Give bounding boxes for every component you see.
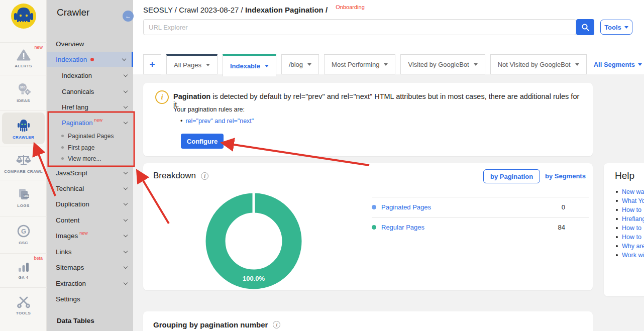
help-card: Help New wa What Yo How to Hreflang How … xyxy=(604,163,644,296)
sidebar-item-label: First page xyxy=(68,144,94,151)
sidebar-item-settings[interactable]: Settings xyxy=(47,291,133,306)
sidebar-item-extraction[interactable]: Extraction xyxy=(47,276,133,291)
all-segments-dropdown[interactable]: All Segments xyxy=(594,54,642,74)
by-segments-button[interactable]: by Segments xyxy=(545,172,586,180)
sidebar-item-overview[interactable]: Overview xyxy=(47,36,133,51)
sidebar-item-view-more[interactable]: View more... xyxy=(47,153,133,164)
breadcrumb-current-page: Indexation Pagination / xyxy=(245,6,328,14)
sidebar-item-indexation[interactable]: Indexation xyxy=(47,52,133,67)
sidebar-item-pagination[interactable]: Pagination new xyxy=(47,115,133,130)
help-link[interactable]: How to xyxy=(622,225,641,232)
rail-item-tools[interactable]: TOOLS xyxy=(0,287,47,322)
tab-all-pages[interactable]: All Pages xyxy=(166,54,218,74)
help-link-item[interactable]: Why are xyxy=(616,242,644,251)
rail-item-crawler[interactable]: CRAWLER xyxy=(0,111,47,146)
help-link[interactable]: What Yo xyxy=(622,197,644,204)
info-circle-icon: i xyxy=(155,90,169,104)
ga4-beta-badge: beta xyxy=(34,256,43,261)
sidebar-item-links[interactable]: Links xyxy=(47,244,133,259)
gsc-google-icon: G xyxy=(17,224,31,238)
plus-icon: + xyxy=(149,59,155,70)
pagination-new-badge: new xyxy=(94,118,102,123)
legend-row-regular-pages[interactable]: Regular Pages 84 xyxy=(372,217,589,237)
sidebar-item-images[interactable]: Imagesnew xyxy=(47,228,133,243)
url-explorer-input[interactable] xyxy=(143,19,576,35)
onboarding-badge[interactable]: Onboarding xyxy=(336,4,365,10)
rule-link[interactable]: rel="prev" and rel="next" xyxy=(185,118,254,125)
tools-dropdown-button[interactable]: Tools xyxy=(600,20,632,35)
legend-label[interactable]: Paginated Pages xyxy=(381,203,431,211)
help-link-item[interactable]: How to xyxy=(616,205,644,214)
sidebar-item-technical[interactable]: Technical xyxy=(47,181,133,196)
info-tooltip-icon[interactable]: i xyxy=(273,321,280,328)
info-tooltip-icon[interactable]: i xyxy=(201,172,208,180)
sidebar-item-paginated-pages[interactable]: Paginated Pages xyxy=(47,130,133,142)
help-link-item[interactable]: New wa xyxy=(616,187,644,196)
tab-not-visited-by-googlebot[interactable]: Not Visited by GoogleBot xyxy=(490,54,587,74)
legend-value: 84 xyxy=(558,224,565,231)
caret-down-icon xyxy=(206,64,210,66)
breadcrumb-project[interactable]: SEOSLY / xyxy=(143,6,177,14)
rail-item-alerts[interactable]: new ALERTS xyxy=(0,42,47,74)
search-button[interactable] xyxy=(576,19,594,35)
rail-item-label: COMPARE CRAWL xyxy=(4,169,43,174)
sidebar-item-first-page[interactable]: First page xyxy=(47,142,133,153)
caret-down-icon xyxy=(384,63,388,66)
chevron-down-icon xyxy=(124,249,128,253)
help-link[interactable]: Work wi xyxy=(622,252,644,259)
by-pagination-button[interactable]: by Pagination xyxy=(483,169,540,183)
tab-blog[interactable]: /blog xyxy=(281,54,319,74)
sidebar-item-sitemaps[interactable]: Sitemaps xyxy=(47,260,133,275)
sidebar-collapse-button[interactable]: ← xyxy=(123,11,134,22)
rail-item-logs[interactable]: LOG LOGS xyxy=(0,180,47,215)
chevron-down-icon xyxy=(124,280,128,284)
help-link[interactable]: New wa xyxy=(622,188,644,195)
legend-dot-green xyxy=(372,225,376,230)
help-link[interactable]: How to xyxy=(622,234,641,241)
help-link[interactable]: How to xyxy=(622,206,641,213)
pagination-donut-chart[interactable]: 100.0% xyxy=(205,192,302,290)
sidebar-item-label: Overview xyxy=(56,40,84,48)
scales-icon xyxy=(16,154,31,167)
tab-indexable[interactable]: Indexable xyxy=(223,54,276,76)
tab-most-performing[interactable]: Most Performing xyxy=(324,54,395,74)
help-link-item[interactable]: How to xyxy=(616,233,644,242)
help-link-item[interactable]: What Yo xyxy=(616,196,644,205)
rail-item-label: LOGS xyxy=(17,203,29,208)
sidebar-item-duplication[interactable]: Duplication xyxy=(47,196,133,211)
rail-item-gsc[interactable]: G GSC xyxy=(0,216,47,252)
rail-item-label: ALERTS xyxy=(15,64,32,68)
rail-item-label: IDEAS xyxy=(17,98,30,103)
crawler-sidebar: Crawler Overview Indexation Indexation C… xyxy=(47,0,133,331)
help-link-item[interactable]: Work wi xyxy=(616,251,644,260)
help-link[interactable]: Hreflang xyxy=(622,215,644,223)
tab-visited-by-googlebot[interactable]: Visited by GoogleBot xyxy=(400,54,485,74)
rail-item-ideas[interactable]: SEO IDEAS xyxy=(0,75,47,110)
page-header: SEOSLY / Crawl 2023-08-27 / Indexation P… xyxy=(133,0,644,74)
sidebar-item-canonicals[interactable]: Canonicals xyxy=(47,84,133,99)
breadcrumb-crawl[interactable]: Crawl 2023-08-27 / xyxy=(179,6,243,14)
legend-label[interactable]: Regular Pages xyxy=(381,224,424,231)
lightbulb-seo-icon: SEO xyxy=(16,83,31,96)
logs-document-icon: LOG xyxy=(16,188,31,201)
chevron-down-icon xyxy=(124,233,128,237)
sidebar-item-content[interactable]: Content xyxy=(47,212,133,228)
help-link[interactable]: Why are xyxy=(622,243,644,250)
jetoctopus-logo[interactable] xyxy=(0,2,47,30)
alerts-new-badge: new xyxy=(34,45,43,50)
left-icon-rail: new ALERTS SEO IDEAS CRAWLER xyxy=(0,0,47,331)
rail-item-ga4[interactable]: beta GA 4 xyxy=(0,253,47,286)
configure-button[interactable]: Configure xyxy=(181,134,224,149)
legend-row-paginated-pages[interactable]: Paginated Pages 0 xyxy=(372,197,589,217)
rail-item-compare-crawl[interactable]: COMPARE CRAWL xyxy=(0,147,47,180)
sidebar-title: Crawler xyxy=(57,7,89,18)
pagination-info-card: i Pagination is detected by default by r… xyxy=(143,83,593,156)
sidebar-item-href-lang[interactable]: Href lang xyxy=(47,99,133,115)
sidebar-item-label: View more... xyxy=(68,155,101,162)
sidebar-item-indexation-sub[interactable]: Indexation xyxy=(47,68,133,83)
tab-label: Visited by GoogleBot xyxy=(408,61,469,68)
help-link-item[interactable]: How to xyxy=(616,224,644,233)
help-link-item[interactable]: Hreflang xyxy=(616,214,644,224)
add-segment-tab[interactable]: + xyxy=(143,54,161,74)
sidebar-item-javascript[interactable]: JavaScript xyxy=(47,165,133,180)
